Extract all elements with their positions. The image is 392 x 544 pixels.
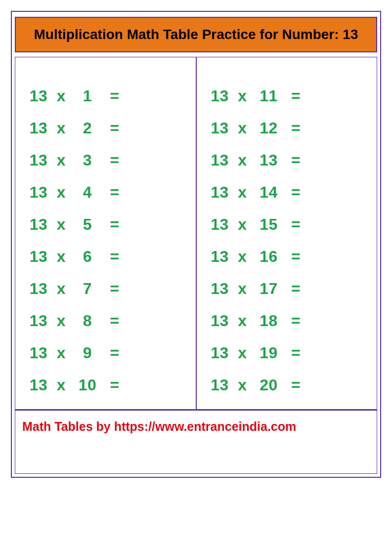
multiplier: 4 — [73, 183, 102, 202]
equals-sign: = — [102, 119, 127, 137]
operator: x — [50, 215, 73, 234]
multiplier: 10 — [73, 376, 102, 394]
equals-sign: = — [102, 280, 127, 298]
multiplier: 6 — [73, 248, 102, 266]
multiplier: 3 — [73, 151, 102, 169]
equals-sign: = — [102, 312, 127, 330]
header-band: Multiplication Math Table Practice for N… — [15, 17, 377, 52]
table-row: 13 x 9 = — [27, 344, 186, 362]
multiplier: 11 — [254, 87, 284, 105]
operator: x — [231, 215, 254, 234]
equals-sign: = — [102, 215, 127, 234]
base-number: 13 — [209, 215, 231, 234]
base-number: 13 — [209, 87, 231, 105]
base-number: 13 — [27, 183, 50, 202]
equals-sign: = — [102, 151, 127, 169]
operator: x — [50, 151, 73, 169]
operator: x — [50, 376, 73, 394]
multiplier: 8 — [73, 312, 102, 330]
worksheet-container: Multiplication Math Table Practice for N… — [11, 11, 381, 478]
multiplier: 5 — [73, 215, 102, 234]
base-number: 13 — [27, 151, 50, 169]
table-row: 13 x 20 = — [209, 376, 367, 394]
equals-sign: = — [102, 344, 127, 362]
multiplier: 14 — [254, 183, 284, 202]
operator: x — [231, 344, 254, 362]
table-row: 13 x 2 = — [27, 119, 186, 137]
base-number: 13 — [27, 376, 50, 394]
table-row: 13 x 13 = — [209, 151, 367, 169]
table-row: 13 x 17 = — [209, 280, 367, 298]
table-row: 13 x 15 = — [209, 215, 367, 234]
equals-sign: = — [284, 151, 308, 169]
base-number: 13 — [209, 344, 231, 362]
operator: x — [50, 312, 73, 330]
equals-sign: = — [102, 376, 127, 394]
multiplier: 2 — [73, 119, 102, 137]
base-number: 13 — [209, 280, 231, 298]
equals-sign: = — [284, 248, 308, 266]
table-row: 13 x 6 = — [27, 248, 186, 266]
table-row: 13 x 12 = — [209, 119, 367, 137]
multiplier: 19 — [254, 344, 284, 362]
equals-sign: = — [284, 119, 308, 137]
equals-sign: = — [102, 183, 127, 202]
table-row: 13 x 7 = — [27, 280, 186, 298]
table-row: 13 x 11 = — [209, 87, 367, 105]
left-column: 13 x 1 = 13 x 2 = 13 x 3 = 13 x 4 = — [15, 57, 196, 410]
table-row: 13 x 4 = — [27, 183, 186, 202]
base-number: 13 — [209, 119, 231, 137]
multiplier: 18 — [254, 312, 284, 330]
multiplier: 15 — [254, 215, 284, 234]
multiplier: 17 — [254, 280, 284, 298]
operator: x — [231, 312, 254, 330]
operator: x — [50, 183, 73, 202]
base-number: 13 — [27, 312, 50, 330]
operator: x — [231, 119, 254, 137]
table-row: 13 x 5 = — [27, 215, 186, 234]
operator: x — [231, 280, 254, 298]
equals-sign: = — [284, 344, 308, 362]
operator: x — [50, 280, 73, 298]
operator: x — [50, 344, 73, 362]
table-row: 13 x 18 = — [209, 312, 367, 330]
equals-sign: = — [284, 312, 308, 330]
equals-sign: = — [284, 87, 308, 105]
equals-sign: = — [284, 215, 308, 234]
operator: x — [231, 151, 254, 169]
multiplier: 20 — [254, 376, 284, 394]
page-title: Multiplication Math Table Practice for N… — [21, 27, 371, 42]
base-number: 13 — [27, 87, 50, 105]
equals-sign: = — [102, 248, 127, 266]
table-row: 13 x 14 = — [209, 183, 367, 202]
table-row: 13 x 3 = — [27, 151, 186, 169]
base-number: 13 — [209, 312, 231, 330]
operator: x — [50, 248, 73, 266]
base-number: 13 — [209, 248, 231, 266]
multiplier: 1 — [73, 87, 102, 105]
base-number: 13 — [209, 151, 231, 169]
operator: x — [231, 183, 254, 202]
footer-credit: Math Tables by https://www.entranceindia… — [15, 410, 377, 474]
base-number: 13 — [27, 248, 50, 266]
equals-sign: = — [284, 376, 308, 394]
table-row: 13 x 10 = — [27, 376, 186, 394]
table-row: 13 x 1 = — [27, 87, 186, 105]
operator: x — [50, 119, 73, 137]
operator: x — [231, 248, 254, 266]
multiplier: 7 — [73, 280, 102, 298]
equals-sign: = — [102, 87, 127, 105]
base-number: 13 — [27, 119, 50, 137]
operator: x — [231, 87, 254, 105]
base-number: 13 — [209, 183, 231, 202]
equals-sign: = — [284, 280, 308, 298]
base-number: 13 — [27, 215, 50, 234]
multiplier: 13 — [254, 151, 284, 169]
equals-sign: = — [284, 183, 308, 202]
base-number: 13 — [27, 280, 50, 298]
multiplier: 9 — [73, 344, 102, 362]
table-row: 13 x 19 = — [209, 344, 367, 362]
base-number: 13 — [27, 344, 50, 362]
multiplier: 16 — [254, 248, 284, 266]
operator: x — [50, 87, 73, 105]
